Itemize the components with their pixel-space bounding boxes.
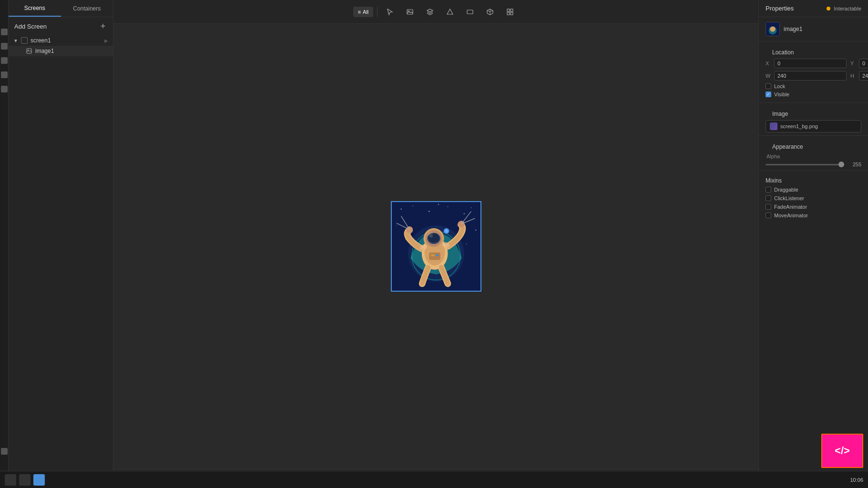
image1-item[interactable]: image1: [9, 46, 113, 56]
taskbar-app-2[interactable]: [19, 474, 31, 486]
taskbar-app-active[interactable]: [33, 474, 45, 486]
toolbar-all-button[interactable]: ≡ All: [353, 7, 374, 17]
toolbar-stack-button[interactable]: [501, 6, 519, 18]
svg-point-15: [463, 213, 464, 214]
shapes-icon: [446, 8, 454, 16]
x-input[interactable]: [774, 59, 847, 68]
w-input[interactable]: [774, 71, 847, 81]
toolbar-shapes-button[interactable]: [441, 6, 459, 18]
image-section: Image screen1_bg.png: [759, 103, 868, 136]
tab-containers[interactable]: Containers: [61, 0, 113, 17]
properties-title: Properties: [766, 5, 794, 12]
svg-rect-37: [431, 254, 435, 256]
selected-item-preview: image1: [759, 17, 868, 41]
screen1-label: screen1: [31, 37, 102, 44]
svg-point-22: [457, 225, 457, 225]
play-icon[interactable]: ▶: [104, 38, 108, 43]
h-label: H: [850, 73, 857, 79]
mixin-moveanimator: MoveAnimator: [766, 213, 861, 218]
svg-point-26: [444, 229, 448, 233]
left-icon-4[interactable]: [1, 71, 8, 78]
svg-point-35: [458, 221, 465, 227]
image-filename: screen1_bg.png: [780, 123, 818, 129]
xy-row: X Y: [766, 59, 861, 68]
clicklistener-checkbox[interactable]: [766, 195, 771, 201]
wh-row: W H: [766, 71, 861, 81]
svg-rect-7: [511, 9, 513, 11]
screen1-item[interactable]: ▼ screen1 ▶: [9, 35, 113, 46]
fadeanimator-checkbox[interactable]: [766, 204, 771, 210]
moveanimator-label: MoveAnimator: [774, 213, 808, 218]
main-canvas: ≡ All: [113, 0, 758, 488]
add-screen-button[interactable]: +: [99, 22, 107, 30]
screens-tabs: Screens Containers: [9, 0, 113, 17]
mixin-draggable: Draggable: [766, 187, 861, 193]
properties-status: Interactable: [827, 5, 861, 12]
file-icon: [770, 122, 777, 130]
top-toolbar: ≡ All: [113, 0, 758, 24]
tab-screens[interactable]: Screens: [9, 0, 61, 17]
appearance-section: Appearance Alpha 255: [759, 136, 868, 171]
x-label: X: [766, 61, 772, 66]
moveanimator-checkbox[interactable]: [766, 213, 771, 218]
visible-label: Visible: [774, 92, 789, 97]
x-field-group: X: [766, 59, 847, 68]
stack-icon: [506, 8, 514, 16]
toolbar-layers-button[interactable]: [421, 6, 439, 18]
taskbar: 10:06: [0, 471, 868, 488]
toolbar-rect-button[interactable]: [461, 6, 479, 18]
screens-panel: Screens Containers Add Screen + ▼ screen…: [9, 0, 113, 488]
lock-row: Lock: [766, 83, 861, 89]
lock-checkbox[interactable]: [766, 83, 771, 89]
left-icon-6[interactable]: [1, 448, 8, 455]
item-thumbnail: [766, 22, 780, 36]
left-icon-1[interactable]: [1, 29, 8, 35]
alpha-slider-thumb[interactable]: [838, 162, 844, 167]
thumbnail-icon: [766, 22, 779, 36]
alpha-label: Alpha: [766, 153, 781, 159]
svg-point-20: [466, 244, 467, 244]
status-label: Interactable: [834, 6, 861, 11]
appearance-header: Appearance: [766, 139, 861, 153]
toolbar-select-button[interactable]: [381, 6, 398, 18]
svg-point-45: [428, 232, 433, 236]
image1-canvas-element[interactable]: [391, 201, 481, 292]
h-input[interactable]: [859, 71, 868, 81]
screens-header: Add Screen +: [9, 17, 113, 35]
y-input[interactable]: [859, 59, 868, 68]
svg-point-17: [396, 225, 397, 225]
draggable-checkbox[interactable]: [766, 187, 771, 193]
svg-point-14: [447, 206, 448, 207]
location-section: Location X Y W H Lock: [759, 41, 868, 103]
left-icon-5[interactable]: [1, 86, 8, 92]
astronaut-illustration: [392, 202, 480, 291]
toolbar-3d-button[interactable]: [481, 6, 499, 18]
clicklistener-label: ClickListener: [774, 195, 804, 201]
layers-icon: [426, 8, 434, 16]
toolbar-sep-1: [377, 7, 378, 17]
left-icon-3[interactable]: [1, 57, 8, 64]
svg-rect-9: [511, 12, 513, 15]
fadeanimator-label: FadeAnimator: [774, 204, 807, 210]
svg-point-21: [438, 204, 439, 205]
h-field-group: H: [850, 71, 868, 81]
mixin-clicklistener: ClickListener: [766, 195, 861, 201]
svg-point-12: [412, 205, 413, 206]
visible-checkbox[interactable]: [766, 92, 771, 97]
mixins-section: Mixins Draggable ClickListener FadeAnima…: [759, 171, 868, 225]
left-icon-2[interactable]: [1, 43, 8, 50]
properties-header: Properties Interactable: [759, 0, 868, 17]
image-icon: [406, 8, 414, 16]
status-dot: [827, 7, 830, 10]
alpha-slider-fill: [766, 164, 844, 165]
screen-icon: [21, 37, 28, 44]
box-icon: [486, 8, 494, 16]
canvas-area[interactable]: [113, 24, 758, 469]
taskbar-app-1[interactable]: [5, 474, 16, 486]
svg-point-16: [470, 207, 471, 208]
image-file-picker[interactable]: screen1_bg.png: [766, 120, 861, 132]
w-field-group: W: [766, 71, 847, 81]
toolbar-image-button[interactable]: [401, 6, 419, 18]
alpha-slider-track[interactable]: [766, 164, 844, 165]
alpha-slider-row: 255: [766, 162, 861, 167]
